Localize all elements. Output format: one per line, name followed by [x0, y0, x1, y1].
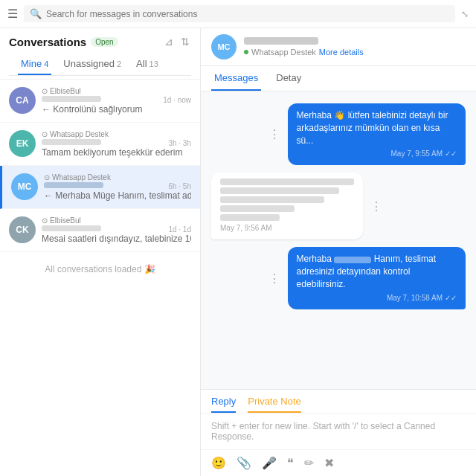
contact-info: Whatsapp Destek More details	[244, 37, 466, 57]
more-details-link[interactable]: More details	[319, 48, 364, 57]
conv-preview-2: Tamam bekliyorum teşekkür ederim	[42, 147, 191, 158]
filter-icon[interactable]: ⊿	[163, 34, 175, 49]
contact-source: Whatsapp Destek More details	[244, 48, 466, 57]
msg-options-3[interactable]: ⋮	[266, 271, 283, 286]
tab-detay[interactable]: Detay	[273, 66, 304, 91]
conv-preview-3: ← Merhaba Müge Hanım, teslimat adre...	[44, 190, 191, 201]
elbisebul-icon-2: ⊙	[42, 216, 48, 225]
right-panel: MC Whatsapp Destek More details Messages…	[201, 28, 476, 476]
msg-bubble-3: Merhaba Hanım, teslimat adresinizi detay…	[288, 247, 466, 309]
tab-messages[interactable]: Messages	[211, 66, 261, 91]
msg-meta-2: May 7, 9:56 AM	[220, 223, 354, 234]
conv-name-row-3: 6h · 5h	[44, 182, 191, 190]
msg-options-1[interactable]: ⋮	[266, 127, 283, 141]
whatsapp-icon: ⊙	[42, 130, 48, 138]
msg-options-2[interactable]: ⋮	[367, 199, 385, 213]
conv-name-blur-3	[44, 182, 103, 188]
sort-icon[interactable]: ⇅	[179, 34, 191, 49]
conv-preview-4: Mesai saatleri dışındayız, talebinize 10…	[42, 234, 191, 244]
search-icon: 🔍	[30, 8, 42, 19]
conv-source-4: ⊙ ElbiseBul	[42, 216, 191, 225]
contact-name-blur	[244, 37, 318, 45]
whatsapp-icon-3: ⊙	[44, 173, 50, 181]
msg-bubble-1: Merhaba 👋 lütfen talebinizi detaylı bir …	[288, 103, 466, 165]
conv-time-4: 1d · 1d	[168, 225, 191, 234]
avatar-ck: CK	[9, 216, 36, 243]
conv-time-2: 3h · 3h	[168, 139, 191, 147]
all-loaded: All conversations loaded 🎉	[0, 252, 200, 286]
conv-name-row-1: 1d · now	[42, 96, 191, 104]
conv-source-1: ⊙ ElbiseBul	[42, 87, 191, 95]
blur-line-1	[220, 178, 354, 185]
conv-content-1: ⊙ ElbiseBul 1d · now ← Kontrolünü sağlıy…	[42, 87, 191, 115]
hamburger-icon[interactable]: ☰	[7, 7, 18, 21]
msg-meta-3: May 7, 10:58 AM ✓✓	[297, 293, 457, 303]
attachment-icon[interactable]: 📎	[237, 456, 251, 470]
conv-content-4: ⊙ ElbiseBul 1d · 1d Mesai saatleri dışın…	[42, 216, 191, 244]
tab-all[interactable]: All13	[133, 54, 161, 75]
conv-preview-1: ← Kontrolünü sağlıyorum	[42, 104, 191, 115]
reply-area: Reply Private Note Shift + enter for new…	[201, 389, 476, 476]
conv-name-blur-4	[42, 225, 101, 231]
open-badge: Open	[91, 37, 118, 47]
right-tabs: Messages Detay	[201, 66, 476, 91]
right-header: MC Whatsapp Destek More details	[201, 28, 476, 66]
online-dot	[244, 50, 248, 54]
more-toolbar-icon[interactable]: ✖	[324, 456, 334, 470]
left-panel: Conversations Open ⊿ ⇅ Mine4 Unassigned2	[0, 28, 201, 476]
conv-item-4[interactable]: CK ⊙ ElbiseBul 1d · 1d Mesai saatleri dı…	[0, 209, 200, 252]
tab-mine[interactable]: Mine4	[18, 54, 51, 75]
msg-row-2: May 7, 9:56 AM ⋮	[211, 173, 466, 239]
app-container: ☰ 🔍 ⤡ Conversations Open ⊿ ⇅ Min	[0, 0, 476, 476]
avatar-ca: CA	[9, 87, 36, 114]
signature-icon[interactable]: ✏	[304, 456, 314, 470]
conv-source-3: ⊙ Whatsapp Destek	[44, 173, 191, 181]
conv-item-1[interactable]: CA ⊙ ElbiseBul 1d · now ← Kontrolünü sağ…	[0, 80, 200, 123]
tab-unassigned[interactable]: Unassigned2	[60, 54, 124, 75]
emoji-icon[interactable]: 🙂	[211, 456, 226, 470]
avatar-ek: EK	[9, 130, 36, 157]
conv-time-3: 6h · 5h	[168, 182, 191, 190]
blur-line-3	[220, 196, 324, 203]
messages-area: ⋮ Merhaba 👋 lütfen talebinizi detaylı bi…	[201, 91, 476, 389]
reply-toolbar: 🙂 📎 🎤 ❝ ✏ ✖	[201, 449, 476, 476]
audio-icon[interactable]: 🎤	[262, 456, 277, 470]
conv-content-2: ⊙ Whatsapp Destek 3h · 3h Tamam bekliyor…	[42, 130, 191, 158]
msg-bubble-2: May 7, 9:56 AM	[211, 173, 363, 239]
conv-source-2: ⊙ Whatsapp Destek	[42, 130, 191, 138]
reply-tabs: Reply Private Note	[201, 390, 476, 414]
conv-item-2[interactable]: EK ⊙ Whatsapp Destek 3h · 3h Tamam bekli…	[0, 123, 200, 166]
reply-input[interactable]: Shift + enter for new line. Start with '…	[201, 414, 476, 449]
msg-row-1: ⋮ Merhaba 👋 lütfen talebinizi detaylı bi…	[211, 103, 466, 165]
conv-title: Conversations	[9, 36, 86, 48]
conv-item-3[interactable]: MC ⊙ Whatsapp Destek 6h · 5h ← Merhaba M…	[0, 166, 200, 209]
conv-name-row-2: 3h · 3h	[42, 139, 191, 147]
conv-header-actions: ⊿ ⇅	[163, 34, 191, 49]
blur-name	[334, 257, 371, 263]
conv-name-blur-2	[42, 139, 101, 145]
check-icon-1: ✓✓	[445, 149, 457, 159]
quote-icon[interactable]: ❝	[287, 456, 294, 470]
conv-header: Conversations Open ⊿ ⇅ Mine4 Unassigned2	[0, 28, 200, 80]
search-input-wrap[interactable]: 🔍	[24, 5, 455, 22]
tabs: Mine4 Unassigned2 All13	[9, 54, 191, 76]
search-input[interactable]	[46, 9, 449, 19]
msg-meta-1: May 7, 9:55 AM ✓✓	[297, 149, 457, 159]
conv-name-row-4: 1d · 1d	[42, 225, 191, 234]
reply-tab-reply[interactable]: Reply	[211, 396, 236, 413]
expand-icon[interactable]: ⤡	[461, 9, 469, 19]
msg-row-3: ⋮ Merhaba Hanım, teslimat adresinizi det…	[211, 247, 466, 309]
conv-content-3: ⊙ Whatsapp Destek 6h · 5h ← Merhaba Müge…	[44, 173, 191, 201]
conv-list: CA ⊙ ElbiseBul 1d · now ← Kontrolünü sağ…	[0, 80, 200, 476]
blur-line-2	[220, 187, 339, 194]
blur-line-4	[220, 205, 295, 212]
avatar-mc: MC	[11, 173, 38, 200]
check-icon-3: ✓✓	[445, 293, 457, 303]
search-bar: ☰ 🔍 ⤡	[0, 0, 476, 28]
conv-time-1: 1d · now	[163, 96, 191, 104]
conv-name-blur-1	[42, 96, 101, 102]
conv-title-row: Conversations Open ⊿ ⇅	[9, 34, 191, 49]
contact-avatar: MC	[211, 34, 237, 60]
blur-line-5	[220, 214, 280, 221]
reply-tab-private[interactable]: Private Note	[248, 396, 301, 413]
